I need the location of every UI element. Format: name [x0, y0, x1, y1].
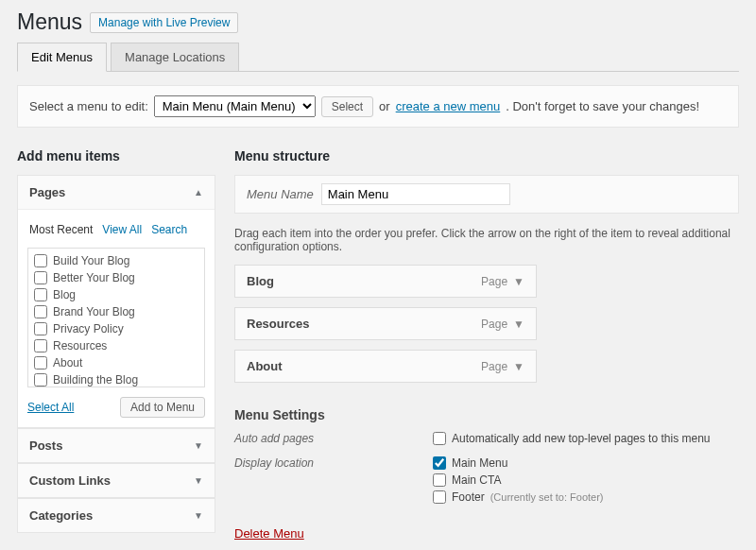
page-checkbox[interactable] — [34, 271, 47, 284]
subtab-view-all[interactable]: View All — [102, 223, 142, 236]
menu-item-title: Blog — [247, 274, 274, 288]
menu-name-input[interactable] — [321, 183, 510, 205]
menu-settings-heading: Menu Settings — [234, 407, 739, 422]
location-label: Main CTA — [452, 473, 501, 487]
structure-heading: Menu structure — [234, 148, 739, 163]
caret-down-icon: ▼ — [194, 510, 203, 521]
location-label: Main Menu — [452, 456, 507, 470]
auto-add-label: Auto add pages — [234, 432, 433, 449]
page-checkbox[interactable] — [34, 339, 47, 352]
page-checkbox[interactable] — [34, 305, 47, 318]
page-label: Better Your Blog — [53, 271, 135, 284]
select-label: Select a menu to edit: — [29, 99, 148, 113]
page-label: Blog — [53, 288, 76, 301]
caret-down-icon: ▼ — [194, 475, 203, 486]
menu-item-title: Resources — [247, 317, 309, 331]
create-menu-link[interactable]: create a new menu — [396, 99, 501, 113]
menu-item[interactable]: ResourcesPage▼ — [234, 307, 537, 340]
caret-down-icon[interactable]: ▼ — [513, 275, 524, 288]
location-checkbox[interactable] — [433, 490, 446, 504]
page-checkbox[interactable] — [34, 322, 47, 335]
menu-items-list: BlogPage▼ResourcesPage▼AboutPage▼ — [234, 265, 739, 383]
caret-up-icon: ▲ — [194, 187, 203, 198]
location-option[interactable]: Main CTA — [433, 473, 604, 487]
add-items-heading: Add menu items — [17, 148, 215, 163]
metabox-custom-links: Custom Links ▼ — [17, 463, 215, 498]
page-label: Build Your Blog — [53, 254, 129, 267]
menu-item[interactable]: AboutPage▼ — [234, 350, 537, 383]
caret-down-icon[interactable]: ▼ — [513, 360, 524, 373]
metabox-categories: Categories ▼ — [17, 498, 215, 533]
page-item[interactable]: Better Your Blog — [34, 269, 198, 286]
or-text: or — [379, 99, 390, 113]
page-item[interactable]: Blog — [34, 286, 198, 303]
page-item[interactable]: Building the Blog — [34, 371, 198, 387]
metabox-pages: Pages ▲ Most Recent View All Search Buil… — [17, 175, 215, 428]
tab-manage-locations[interactable]: Manage Locations — [111, 43, 239, 71]
page-label: Resources — [53, 339, 107, 352]
tab-edit-menus[interactable]: Edit Menus — [17, 43, 107, 72]
page-label: Brand Your Blog — [53, 305, 135, 318]
subtab-search[interactable]: Search — [151, 223, 187, 236]
metabox-pages-title: Pages — [29, 185, 65, 199]
metabox-custom-links-title: Custom Links — [29, 473, 111, 488]
location-hint: (Currently set to: Footer) — [490, 491, 604, 503]
add-to-menu-button[interactable]: Add to Menu — [120, 397, 205, 418]
location-option[interactable]: Footer (Currently set to: Footer) — [433, 490, 604, 504]
menu-item-title: About — [247, 359, 283, 373]
menu-name-label: Menu Name — [247, 187, 314, 201]
pages-list[interactable]: Build Your BlogBetter Your BlogBlogBrand… — [27, 248, 205, 387]
menu-select[interactable]: Main Menu (Main Menu) — [154, 95, 316, 117]
metabox-categories-title: Categories — [29, 508, 93, 523]
caret-down-icon[interactable]: ▼ — [513, 318, 524, 331]
metabox-posts: Posts ▼ — [17, 428, 215, 463]
auto-add-checkbox[interactable] — [433, 432, 446, 445]
select-button[interactable]: Select — [321, 96, 373, 117]
menu-item-type: Page▼ — [481, 318, 524, 331]
metabox-posts-title: Posts — [29, 438, 62, 453]
live-preview-button[interactable]: Manage with Live Preview — [90, 12, 238, 33]
page-checkbox[interactable] — [34, 288, 47, 301]
menu-tabs: Edit Menus Manage Locations — [17, 43, 739, 72]
page-title: Menus — [17, 9, 82, 35]
page-item[interactable]: Build Your Blog — [34, 252, 198, 269]
menu-item-type: Page▼ — [481, 360, 524, 373]
display-location-label: Display location — [234, 456, 433, 507]
location-option[interactable]: Main Menu — [433, 456, 604, 470]
select-hint: . Don't forget to save your changes! — [506, 99, 699, 113]
metabox-pages-toggle[interactable]: Pages ▲ — [18, 176, 215, 210]
location-checkbox[interactable] — [433, 473, 446, 487]
menu-item[interactable]: BlogPage▼ — [234, 265, 537, 298]
page-checkbox[interactable] — [34, 254, 47, 267]
page-label: About — [53, 356, 82, 370]
menu-item-type: Page▼ — [481, 275, 524, 288]
caret-down-icon: ▼ — [194, 440, 203, 451]
page-item[interactable]: Privacy Policy — [34, 320, 198, 337]
drag-instructions: Drag each item into the order you prefer… — [234, 227, 739, 253]
select-all-link[interactable]: Select All — [27, 401, 74, 414]
subtab-most-recent[interactable]: Most Recent — [29, 223, 93, 236]
page-item[interactable]: About — [34, 354, 198, 371]
page-label: Building the Blog — [53, 373, 138, 387]
page-label: Privacy Policy — [53, 322, 124, 335]
metabox-categories-toggle[interactable]: Categories ▼ — [18, 499, 215, 532]
menu-name-row: Menu Name — [234, 175, 739, 214]
location-checkbox[interactable] — [433, 456, 446, 470]
delete-menu-link[interactable]: Delete Menu — [234, 526, 304, 541]
menu-select-bar: Select a menu to edit: Main Menu (Main M… — [17, 85, 739, 128]
page-checkbox[interactable] — [34, 356, 47, 370]
location-label: Footer — [452, 490, 485, 504]
auto-add-option[interactable]: Automatically add new top-level pages to… — [433, 432, 711, 445]
page-item[interactable]: Resources — [34, 337, 198, 354]
page-checkbox[interactable] — [34, 373, 47, 387]
page-item[interactable]: Brand Your Blog — [34, 303, 198, 320]
metabox-custom-links-toggle[interactable]: Custom Links ▼ — [18, 464, 215, 497]
metabox-posts-toggle[interactable]: Posts ▼ — [18, 429, 215, 462]
